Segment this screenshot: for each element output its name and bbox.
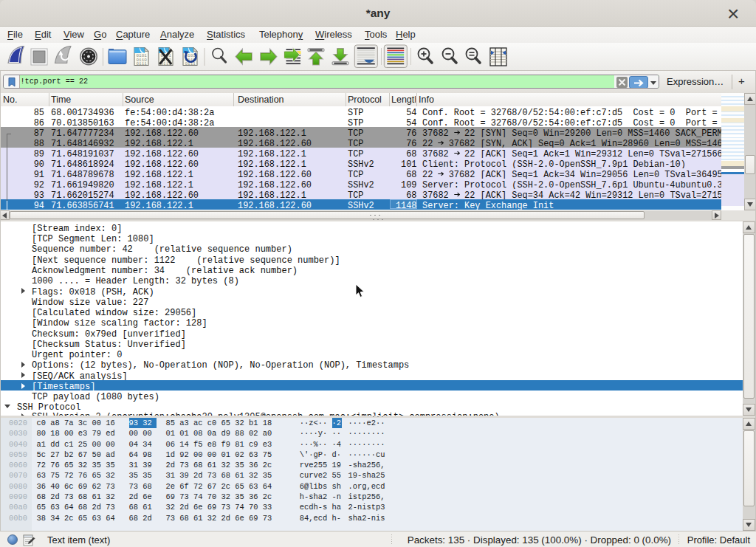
svg-text:0111: 0111 xyxy=(137,61,148,66)
